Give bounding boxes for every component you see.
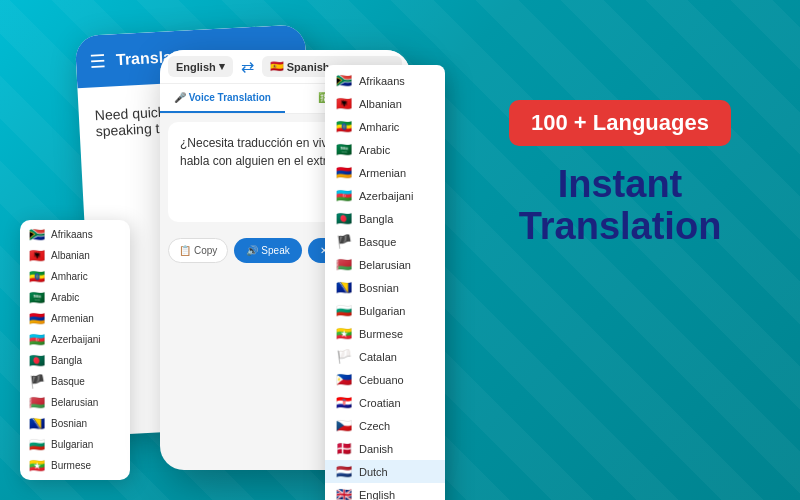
flag-icon: 🇦🇱 [335,96,353,111]
list-item[interactable]: 🇵🇭Cebuano [325,368,445,391]
list-item[interactable]: 🇨🇿Czech [325,414,445,437]
flag-icon: 🇸🇦 [335,142,353,157]
lang-name: Basque [359,236,396,248]
list-item[interactable]: 🇧🇦Bosnian [20,413,130,434]
right-panel: 100 + Languages Instant Translation [480,100,760,248]
flag-icon: 🇧🇬 [28,437,46,452]
chevron-down-icon: ▾ [219,60,225,73]
swap-icon[interactable]: ⇄ [241,57,254,76]
list-item[interactable]: 🇦🇿Azerbaijani [20,329,130,350]
flag-icon: 🇦🇿 [335,188,353,203]
lang-list-left: 🇿🇦Afrikaans🇦🇱Albanian🇪🇹Amharic🇸🇦Arabic🇦🇲… [20,220,130,480]
list-item[interactable]: 🇲🇲Burmese [20,455,130,476]
lang-name: Bangla [51,355,82,366]
flag-icon: 🇩🇰 [335,441,353,456]
list-item[interactable]: 🇧🇬Bulgarian [325,299,445,322]
list-item[interactable]: 🇦🇱Albanian [20,245,130,266]
lang-name: Belarusian [359,259,411,271]
main-scene: 100 + Languages Instant Translation ☰ Tr… [0,0,800,500]
flag-icon: 🇦🇿 [28,332,46,347]
list-item[interactable]: 🏳️Catalan [325,345,445,368]
lang-name: Albanian [359,98,402,110]
flag-icon: 🇨🇿 [335,418,353,433]
lang-name: Bangla [359,213,393,225]
speaker-icon: 🔊 [246,245,258,256]
list-item[interactable]: 🇳🇱Dutch [325,460,445,483]
lang-name: Bosnian [51,418,87,429]
list-item[interactable]: 🇿🇦Afrikaans [325,69,445,92]
lang-name: Bulgarian [359,305,405,317]
flag-spanish: 🇪🇸 [270,60,284,73]
target-lang-label: Spanish [287,61,330,73]
lang-name: Danish [359,443,393,455]
flag-icon: 🇿🇦 [28,227,46,242]
list-item[interactable]: 🇪🇹Amharic [20,266,130,287]
list-item[interactable]: 🇬🇧English [325,483,445,500]
lang-name: Armenian [359,167,406,179]
lang-name: Azerbaijani [51,334,100,345]
list-item[interactable]: 🇧🇩Bangla [20,350,130,371]
list-item[interactable]: 🇧🇦Bosnian [325,276,445,299]
list-item[interactable]: 🇦🇿Azerbaijani [325,184,445,207]
list-item[interactable]: 🇲🇲Burmese [325,322,445,345]
tab-voice-translation[interactable]: 🎤 Voice Translation [160,84,285,113]
lang-name: Dutch [359,466,388,478]
flag-icon: 🇲🇲 [335,326,353,341]
lang-name: Albanian [51,250,90,261]
lang-name: Azerbaijani [359,190,413,202]
languages-badge: 100 + Languages [509,100,731,146]
list-item[interactable]: 🇦🇲Armenian [20,308,130,329]
lang-name: Armenian [51,313,94,324]
lang-name: Belarusian [51,397,98,408]
lang-name: Afrikaans [51,229,93,240]
flag-icon: 🇵🇭 [335,372,353,387]
list-item[interactable]: 🇩🇰Danish [325,437,445,460]
copy-icon: 📋 [179,245,191,256]
list-item[interactable]: 🇸🇦Arabic [325,138,445,161]
flag-icon: 🇿🇦 [335,73,353,88]
list-item[interactable]: 🇸🇦Arabic [20,287,130,308]
list-item[interactable]: 🇧🇾Belarusian [325,253,445,276]
source-lang-label: English [176,61,216,73]
flag-icon: 🇧🇾 [335,257,353,272]
list-item[interactable]: 🏴Basque [20,371,130,392]
lang-name: Croatian [359,397,401,409]
list-item[interactable]: 🇭🇷Croatian [325,391,445,414]
flag-icon: 🇧🇬 [335,303,353,318]
flag-icon: 🇭🇷 [335,395,353,410]
flag-icon: 🇲🇲 [28,458,46,473]
list-item[interactable]: 🇧🇾Belarusian [20,392,130,413]
lang-name: Arabic [51,292,79,303]
flag-icon: 🇦🇱 [28,248,46,263]
mic-icon: 🎤 [174,92,186,103]
list-item[interactable]: 🇦🇱Albanian [325,92,445,115]
lang-name: English [359,489,395,501]
flag-icon: 🇧🇾 [28,395,46,410]
flag-icon: 🇳🇱 [335,464,353,479]
lang-name: Czech [359,420,390,432]
lang-name: Bulgarian [51,439,93,450]
speak-button[interactable]: 🔊 Speak [234,238,301,263]
flag-icon: 🏴 [335,234,353,249]
source-language-select[interactable]: English ▾ [168,56,233,77]
flag-icon: 🇪🇹 [335,119,353,134]
lang-name: Amharic [51,271,88,282]
flag-icon: 🇦🇲 [335,165,353,180]
language-dropdown[interactable]: 🇿🇦Afrikaans🇦🇱Albanian🇪🇹Amharic🇸🇦Arabic🇦🇲… [325,65,445,500]
list-item[interactable]: 🇿🇦Afrikaans [20,224,130,245]
lang-name: Burmese [359,328,403,340]
list-item[interactable]: 🏴Basque [325,230,445,253]
lang-name: Basque [51,376,85,387]
list-item[interactable]: 🇦🇲Armenian [325,161,445,184]
flag-icon: 🏳️ [335,349,353,364]
flag-icon: 🇧🇩 [335,211,353,226]
list-item[interactable]: 🇪🇹Amharic [325,115,445,138]
lang-name: Arabic [359,144,390,156]
hamburger-icon[interactable]: ☰ [89,50,106,73]
flag-icon: 🇪🇹 [28,269,46,284]
copy-button[interactable]: 📋 Copy [168,238,228,263]
list-item[interactable]: 🇧🇬Bulgarian [20,434,130,455]
lang-name: Bosnian [359,282,399,294]
list-item[interactable]: 🇧🇩Bangla [325,207,445,230]
lang-name: Burmese [51,460,91,471]
